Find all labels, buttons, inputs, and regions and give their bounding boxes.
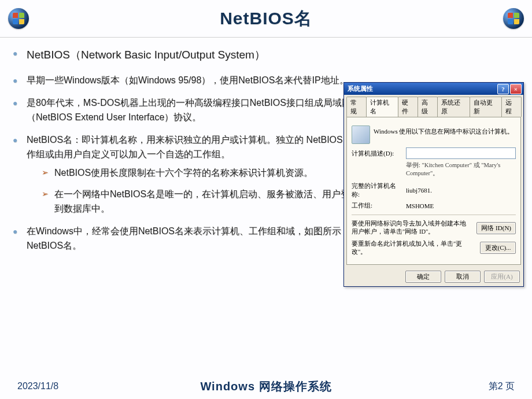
desc-label: 计算机描述(D):: [352, 149, 404, 158]
slide-title: NetBIOS名: [0, 7, 532, 31]
bullet-item: NetBIOS（Network Basic Input/Output Syste…: [12, 46, 524, 63]
tab-4[interactable]: 系统还原: [437, 97, 470, 117]
windows-logo-icon: [503, 8, 524, 29]
cancel-button[interactable]: 取消: [445, 271, 481, 283]
dialog-titlebar: 系统属性 ? ×: [344, 83, 523, 95]
computer-icon: [352, 125, 370, 144]
workgroup-value: MSHOME: [406, 202, 434, 209]
network-id-button[interactable]: 网络 ID(N): [476, 222, 516, 234]
tab-1[interactable]: 计算机名: [366, 97, 398, 117]
apply-button[interactable]: 应用(A): [484, 271, 520, 283]
slide-footer: 2023/11/8 Windows 网络操作系统 第2 页: [0, 374, 532, 399]
workgroup-label: 工作组:: [352, 201, 404, 210]
change-button[interactable]: 更改(C)...: [480, 242, 516, 254]
dialog-tabs: 常规计算机名硬件高级系统还原自动更新远程: [344, 95, 523, 117]
system-properties-dialog: 系统属性 ? × 常规计算机名硬件高级系统还原自动更新远程 Windows 使用…: [343, 82, 524, 287]
slide-header: NetBIOS名: [0, 0, 532, 38]
windows-logo-icon: [8, 8, 29, 29]
tab-6[interactable]: 远程: [501, 97, 522, 117]
dialog-footer: 确定 取消 应用(A): [344, 267, 523, 286]
tab-5[interactable]: 自动更新: [470, 97, 502, 117]
tab-0[interactable]: 常规: [346, 97, 367, 117]
desc-hint: 举例: "Kitchen Computer" 或 "Mary's Compute…: [406, 161, 516, 177]
ok-button[interactable]: 确定: [405, 271, 441, 283]
dialog-body: Windows 使用以下信息在网络中标识这台计算机。 计算机描述(D): 举例:…: [346, 117, 521, 265]
tab-2[interactable]: 硬件: [398, 97, 418, 117]
bullet-text: 早期一些Windows版本（如Windows 95/98），使用NetBIOS名…: [27, 75, 349, 85]
dialog-intro: Windows 使用以下信息在网络中标识这台计算机。: [374, 125, 513, 136]
close-icon[interactable]: ×: [510, 84, 522, 94]
slide-content: NetBIOS（Network Basic Input/Output Syste…: [8, 46, 524, 370]
netid-text: 要使用网络标识向导去加入域并创建本地用户帐户，请单击"网络 ID"。: [352, 220, 472, 236]
tab-3[interactable]: 高级: [418, 97, 438, 117]
fullname-label: 完整的计算机名称:: [352, 182, 404, 199]
bullet-text: NetBIOS（Network Basic Input/Output Syste…: [27, 49, 265, 61]
dialog-title: 系统属性: [348, 84, 373, 93]
computer-description-input[interactable]: [406, 147, 516, 159]
footer-title: Windows 网络操作系统: [0, 379, 532, 394]
fullname-value: liubj7681.: [406, 187, 432, 194]
help-icon[interactable]: ?: [497, 84, 509, 94]
change-text: 要重新命名此计算机或加入域，单击"更改"。: [352, 240, 475, 256]
